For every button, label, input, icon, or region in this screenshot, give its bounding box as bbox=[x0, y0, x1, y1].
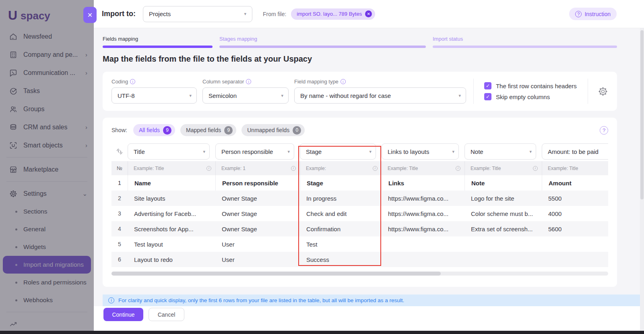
show-label: Show: bbox=[111, 127, 127, 133]
first-row-headers-checkbox[interactable]: ✓ The first row contains headers bbox=[484, 82, 588, 89]
column-select-amount[interactable]: Amount: to be paid▾ bbox=[542, 143, 608, 160]
skip-empty-columns-checkbox[interactable]: ✓ Skip empty columns bbox=[484, 93, 588, 100]
count-badge: 9 bbox=[163, 126, 171, 135]
separator-value: Semicolon bbox=[208, 92, 237, 99]
info-icon[interactable]: i bbox=[456, 166, 460, 171]
mapping-type-label: Field mapping typei bbox=[294, 79, 466, 85]
step-progress-bar bbox=[433, 46, 617, 48]
chevron-down-icon: ▾ bbox=[203, 149, 205, 154]
step-progress-bar bbox=[219, 46, 426, 48]
info-icon[interactable]: i bbox=[533, 166, 538, 171]
import-topbar: Import to: Projects ▾ From file: import … bbox=[94, 0, 644, 28]
close-icon: ✕ bbox=[87, 11, 93, 19]
chevron-down-icon: ▾ bbox=[369, 149, 372, 154]
instruction-label: Instruction bbox=[584, 11, 611, 17]
help-icon[interactable]: ? bbox=[600, 126, 608, 135]
info-banner-text: For clarity and quick display, only the … bbox=[118, 297, 404, 303]
info-icon[interactable]: i bbox=[341, 79, 346, 84]
window-bottom-edge bbox=[0, 331, 644, 334]
coding-select[interactable]: UTF-8 ▾ bbox=[111, 87, 197, 104]
imported-file-chip[interactable]: import SO. layo... 789 Bytes ✕ bbox=[291, 8, 375, 20]
vertical-scrollbar[interactable] bbox=[640, 28, 644, 331]
column-select-note[interactable]: Note▾ bbox=[464, 143, 536, 160]
sidebar-dim-overlay bbox=[0, 0, 94, 334]
fields-mapping-table-panel: Show: All fields 9 Mapped fields 9 Unmap… bbox=[103, 118, 617, 287]
chevron-down-icon: ▾ bbox=[189, 93, 192, 98]
divider bbox=[473, 79, 474, 104]
info-icon[interactable]: i bbox=[373, 166, 378, 171]
import-target-select[interactable]: Projects ▾ bbox=[143, 6, 252, 22]
wizard-steps: Fields mapping Stages mapping Import sta… bbox=[103, 36, 617, 48]
column-select-person-responsible[interactable]: Person responsible▾ bbox=[215, 143, 294, 160]
table-row: 6 Layout to redo User Success bbox=[111, 252, 608, 267]
filter-mapped-fields[interactable]: Mapped fields 9 bbox=[180, 124, 236, 136]
table-row: 2 Site layouts Owner Stage In progress h… bbox=[111, 191, 608, 206]
unlink-icon bbox=[116, 147, 124, 156]
info-icon[interactable]: i bbox=[291, 166, 296, 171]
cancel-button[interactable]: Cancel bbox=[149, 308, 184, 321]
info-icon[interactable]: i bbox=[246, 79, 251, 84]
step-fields-mapping[interactable]: Fields mapping bbox=[103, 36, 213, 48]
table-row: 4 Screenshots for App... Owner Stage Con… bbox=[111, 221, 608, 236]
count-badge: 0 bbox=[293, 126, 301, 135]
column-select-links[interactable]: Links to layouts▾ bbox=[382, 143, 459, 160]
checkbox-label: The first row contains headers bbox=[496, 83, 577, 89]
sidebar: U spacy Newsfeed Company and pe... › Com… bbox=[0, 0, 94, 334]
checkbox-checked-icon: ✓ bbox=[484, 93, 491, 100]
chip-label: Mapped fields bbox=[186, 127, 221, 133]
close-panel-button[interactable]: ✕ bbox=[83, 7, 97, 23]
question-icon: ? bbox=[575, 11, 582, 17]
import-wizard-page: U spacy Newsfeed Company and pe... › Com… bbox=[0, 0, 644, 334]
table-row: 1 Name Person responsible Stage Links No… bbox=[111, 175, 608, 191]
count-badge: 9 bbox=[224, 126, 233, 135]
wizard-footer: Continue Cancel bbox=[94, 306, 644, 331]
chip-label: Unmapped fields bbox=[247, 127, 289, 133]
chevron-down-icon: ▾ bbox=[529, 149, 532, 154]
coding-label: Codingi bbox=[111, 79, 197, 85]
remove-file-icon[interactable]: ✕ bbox=[365, 10, 372, 17]
horizontal-scrollbar[interactable] bbox=[111, 272, 608, 276]
column-select-title[interactable]: Title▾ bbox=[128, 143, 210, 160]
step-label: Fields mapping bbox=[103, 36, 213, 42]
chevron-down-icon: ▾ bbox=[287, 149, 290, 154]
mapping-table: Title▾ Person responsible▾ Stage▾ Links … bbox=[111, 142, 608, 267]
step-label: Stages mapping bbox=[219, 36, 426, 42]
scrollbar-thumb[interactable] bbox=[111, 272, 441, 276]
main-area: Import to: Projects ▾ From file: import … bbox=[94, 0, 644, 334]
instruction-button[interactable]: ? Instruction bbox=[569, 8, 617, 20]
scrollbar-thumb[interactable] bbox=[640, 30, 644, 199]
info-icon[interactable]: i bbox=[130, 79, 135, 84]
column-select-stage[interactable]: Stage▾ bbox=[300, 143, 376, 160]
table-row: 5 Test layout User Test bbox=[111, 236, 608, 252]
mapping-type-select[interactable]: By name - without regard for case ▾ bbox=[294, 87, 466, 104]
import-options-panel: Codingi UTF-8 ▾ Column separatori Semico… bbox=[103, 72, 617, 111]
separator-select[interactable]: Semicolon ▾ bbox=[202, 87, 289, 104]
checkbox-checked-icon: ✓ bbox=[484, 82, 491, 89]
step-stages-mapping[interactable]: Stages mapping bbox=[219, 36, 426, 48]
filter-all-fields[interactable]: All fields 9 bbox=[133, 124, 175, 136]
info-icon[interactable]: i bbox=[206, 166, 211, 171]
table-row: 3 Advertising for Faceb... Owner Stage C… bbox=[111, 206, 608, 221]
chip-label: All fields bbox=[139, 127, 160, 133]
import-target-value: Projects bbox=[149, 10, 171, 17]
from-file-label: From file: bbox=[263, 11, 286, 17]
file-chip-text: import SO. layo... 789 Bytes bbox=[297, 11, 362, 17]
step-progress-bar bbox=[103, 46, 213, 48]
continue-button[interactable]: Continue bbox=[103, 308, 143, 321]
chevron-down-icon: ▾ bbox=[452, 149, 454, 154]
page-title: Map the fields from the file to the fiel… bbox=[103, 54, 312, 64]
gear-icon bbox=[598, 86, 608, 97]
step-label: Import status bbox=[433, 36, 617, 42]
chevron-down-icon: ▾ bbox=[281, 93, 283, 98]
info-icon: i bbox=[108, 297, 114, 303]
coding-value: UTF-8 bbox=[118, 92, 135, 99]
advanced-settings-button[interactable] bbox=[588, 79, 608, 104]
column-mapping-row: Title▾ Person responsible▾ Stage▾ Links … bbox=[111, 142, 608, 161]
filter-unmapped-fields[interactable]: Unmapped fields 0 bbox=[242, 124, 305, 136]
step-import-status[interactable]: Import status bbox=[433, 36, 617, 48]
separator-label: Column separatori bbox=[202, 79, 289, 85]
mapping-type-value: By name - without regard for case bbox=[300, 92, 391, 99]
chevron-down-icon: ▾ bbox=[458, 93, 461, 98]
chevron-down-icon: ▾ bbox=[244, 11, 246, 17]
info-banner: i For clarity and quick display, only th… bbox=[103, 295, 644, 306]
